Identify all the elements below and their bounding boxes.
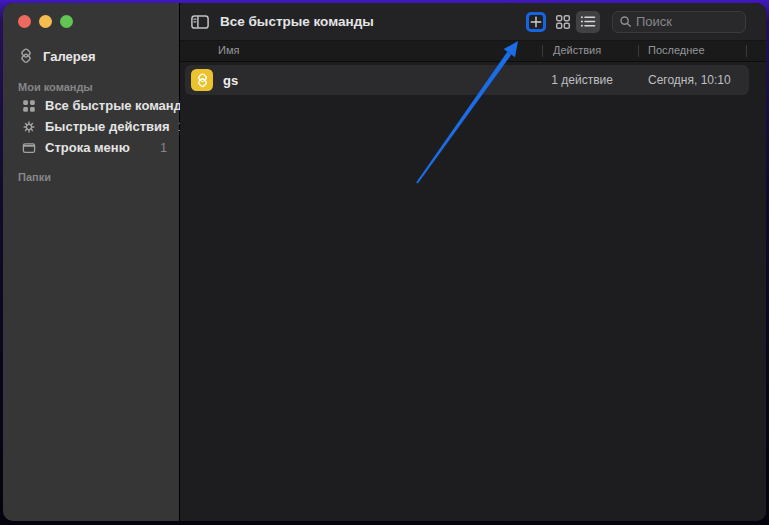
shortcut-tile-icon [191, 69, 213, 91]
zoom-window-button[interactable] [60, 15, 73, 28]
sidebar-item-label: Все быстрые команды [45, 98, 193, 113]
toolbar: Все быстрые команды [180, 3, 766, 41]
sidebar-section-folders: Папки [18, 171, 179, 183]
search-icon [619, 15, 632, 28]
sidebar-item-gallery[interactable]: Галерея [11, 44, 171, 68]
sidebar-item-all-shortcuts[interactable]: Все быстрые команды 1 [3, 95, 179, 116]
sidebar-section-my-shortcuts: Мои команды [18, 81, 179, 93]
menubar-window-icon [21, 140, 37, 156]
sidebar-item-label: Быстрые действия [45, 119, 170, 134]
table-header: Имя Действия Последнее [180, 41, 766, 62]
sidebar-item-label: Строка меню [45, 140, 130, 155]
search-input[interactable] [636, 14, 739, 29]
close-window-button[interactable] [18, 15, 31, 28]
page-title: Все быстрые команды [220, 14, 374, 29]
gear-icon [21, 119, 37, 135]
column-divider [746, 45, 747, 57]
sidebar-toggle-button[interactable] [188, 10, 212, 34]
shortcuts-app-window: Галерея Мои команды Все быстрые команды … [3, 3, 766, 521]
column-divider [542, 45, 543, 57]
grid-icon [21, 98, 37, 114]
sidebar-item-menu-bar[interactable]: Строка меню 1 [3, 137, 179, 158]
minimize-window-button[interactable] [39, 15, 52, 28]
search-field[interactable] [612, 11, 746, 33]
shortcuts-list: gs 1 действие Сегодня, 10:10 [180, 62, 766, 521]
shortcut-name: gs [223, 73, 238, 88]
sidebar-item-quick-actions[interactable]: Быстрые действия 1 [3, 116, 179, 137]
grid-view-button[interactable] [554, 13, 572, 31]
shortcut-actions-count: 1 действие [551, 73, 613, 87]
sidebar-toggle-icon [191, 15, 209, 29]
plus-icon [529, 14, 543, 30]
column-header-last-modified[interactable]: Последнее [648, 44, 705, 56]
column-header-actions[interactable]: Действия [553, 44, 601, 56]
shortcut-last-modified: Сегодня, 10:10 [648, 73, 731, 87]
column-divider [638, 45, 639, 57]
item-count-badge: 1 [160, 141, 167, 155]
gallery-icon [18, 48, 34, 64]
table-row[interactable]: gs 1 действие Сегодня, 10:10 [185, 65, 749, 95]
window-controls [3, 3, 179, 28]
sidebar: Галерея Мои команды Все быстрые команды … [3, 3, 180, 521]
sidebar-item-label: Галерея [43, 49, 96, 64]
add-shortcut-button[interactable] [526, 12, 546, 32]
grid-view-icon [555, 14, 571, 30]
main-pane: Все быстрые команды Имя Действия Последн… [180, 3, 766, 521]
list-view-icon [580, 15, 596, 28]
column-header-name[interactable]: Имя [218, 44, 239, 56]
list-view-button[interactable] [576, 11, 600, 33]
